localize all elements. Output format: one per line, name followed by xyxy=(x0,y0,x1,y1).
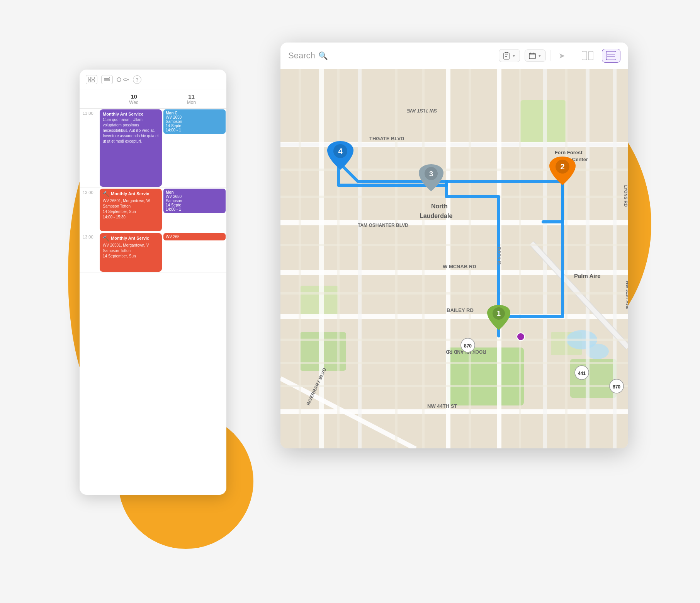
svg-text:870: 870 xyxy=(613,384,620,390)
event-small-detail-1: WV 2650Sampson14 Septe14:00 - 1 xyxy=(166,115,223,132)
svg-rect-2 xyxy=(92,77,94,79)
toolbar-separator xyxy=(550,50,551,61)
event-orange-small-3[interactable]: WV 265 xyxy=(163,233,226,240)
svg-rect-34 xyxy=(319,69,324,448)
svg-text:Lauderdale: Lauderdale xyxy=(420,213,452,219)
svg-text:870: 870 xyxy=(464,343,472,349)
svg-text:Palm Aire: Palm Aire xyxy=(574,273,601,279)
svg-text:W MCNAB RD: W MCNAB RD xyxy=(443,264,476,269)
svg-text:1: 1 xyxy=(497,310,501,317)
svg-rect-30 xyxy=(280,220,628,225)
svg-rect-25 xyxy=(570,359,617,398)
svg-text:SW 71ST AVE: SW 71ST AVE xyxy=(407,108,437,113)
svg-rect-7 xyxy=(504,53,509,59)
search-icon[interactable]: 🔍 xyxy=(318,51,328,60)
calendar-toolbar: ? xyxy=(80,70,226,90)
day-area-col2-3: WV 265 xyxy=(163,232,226,273)
event-detail-3: WV 26501, Morgantown, VSampson Totton14 … xyxy=(103,243,159,259)
calendar-body: 13:00 Monthly Ant Service Cum quo harum.… xyxy=(80,109,226,273)
event-row-2-header: 🔨 Monthly Ant Servic xyxy=(103,191,159,197)
map-content: THGATE BLVD SW 71ST AVE North Lauderdale… xyxy=(280,69,628,448)
map-panel: Search 🔍 ▼ ▼ xyxy=(280,43,628,448)
grid-view-button[interactable] xyxy=(86,75,97,84)
event-detail-2: WV 26501, Morgantown, WSampson Totton14 … xyxy=(103,198,159,220)
time-label-2: 13:00 xyxy=(80,188,99,232)
svg-text:NW 44TH ST: NW 44TH ST xyxy=(427,403,457,409)
day-col-10: 10 Wed xyxy=(105,93,163,105)
svg-point-80 xyxy=(517,333,525,341)
event-small-title-1: Mon C xyxy=(166,111,223,115)
svg-rect-0 xyxy=(88,77,91,79)
svg-text:ROCK IS: ROCK IS xyxy=(497,247,501,265)
event-small-title-3: WV 265 xyxy=(166,235,223,239)
svg-text:441: 441 xyxy=(578,371,586,376)
event-title-2: Monthly Ant Servic xyxy=(111,191,149,196)
clipboard-chevron: ▼ xyxy=(512,54,516,58)
day-number-11: 11 xyxy=(163,93,220,100)
event-mon-small-2[interactable]: Mon WV 2650Sampson14 Septe14:00 - 1 xyxy=(163,189,226,213)
svg-rect-1 xyxy=(88,80,91,82)
svg-text:4: 4 xyxy=(338,147,343,155)
calendar-row-1: 13:00 Monthly Ant Service Cum quo harum.… xyxy=(80,109,226,188)
svg-rect-23 xyxy=(447,347,524,405)
navigate-button[interactable]: ➤ xyxy=(556,49,568,62)
day-name-mon: Mon xyxy=(163,100,220,105)
day-area-col2-2: Mon WV 2650Sampson14 Septe14:00 - 1 xyxy=(163,188,226,232)
day-name-wed: Wed xyxy=(105,100,163,105)
calendar-row-2: 13:00 🔨 Monthly Ant Servic WV 26501, Mor… xyxy=(80,188,226,232)
svg-text:3: 3 xyxy=(429,170,433,178)
svg-text:LYONS RD: LYONS RD xyxy=(624,185,628,207)
map-toolbar: Search 🔍 ▼ ▼ xyxy=(280,43,628,69)
svg-rect-3 xyxy=(92,80,94,82)
map-svg: THGATE BLVD SW 71ST AVE North Lauderdale… xyxy=(280,69,628,448)
svg-rect-35 xyxy=(358,69,362,448)
sync-button[interactable] xyxy=(117,77,129,82)
svg-text:2: 2 xyxy=(560,162,564,171)
calendar-chevron: ▼ xyxy=(538,54,542,58)
svg-rect-36 xyxy=(446,69,450,448)
event-detail-1: Cum quo harum. Ullam voluptatem possimus… xyxy=(103,117,159,144)
map-background[interactable]: THGATE BLVD SW 71ST AVE North Lauderdale… xyxy=(280,69,628,448)
day-area-col1-1: Monthly Ant Service Cum quo harum. Ullam… xyxy=(99,109,163,187)
event-small-title-2: Mon xyxy=(166,190,223,194)
help-button[interactable]: ? xyxy=(133,75,141,84)
time-label-3: 13:00 xyxy=(80,232,99,273)
time-label-1: 13:00 xyxy=(80,109,99,187)
event-title-1: Monthly Ant Service xyxy=(103,112,159,116)
svg-rect-15 xyxy=(588,51,593,60)
calendar-row-3: 13:00 🔨 Monthly Ant Servic WV 26501, Mor… xyxy=(80,232,226,273)
scene: ? 10 Wed 11 Mon 13:00 Monthly Ant Servic… xyxy=(80,31,620,572)
svg-text:North: North xyxy=(431,203,448,210)
search-bar: Search 🔍 xyxy=(288,51,494,61)
day-area-col1-2: 🔨 Monthly Ant Servic WV 26501, Morgantow… xyxy=(99,188,163,232)
list-view-button[interactable] xyxy=(101,75,113,84)
hammer-icon: 🔨 xyxy=(103,191,109,197)
event-monthly-ant-service-1[interactable]: Monthly Ant Service Cum quo harum. Ullam… xyxy=(100,109,162,187)
hammer-icon-2: 🔨 xyxy=(103,235,109,242)
svg-rect-14 xyxy=(582,51,587,60)
event-small-detail-2: WV 2650Sampson14 Septe14:00 - 1 xyxy=(166,194,223,211)
svg-text:Fern Forest: Fern Forest xyxy=(555,150,583,155)
day-col-11: 11 Mon xyxy=(163,93,220,105)
event-title-3: Monthly Ant Servic xyxy=(111,236,149,240)
day-area-col2-1: Mon C WV 2650Sampson14 Septe14:00 - 1 xyxy=(163,109,226,187)
search-placeholder[interactable]: Search xyxy=(288,51,315,61)
event-monthly-ant-service-3[interactable]: 🔨 Monthly Ant Servic WV 26501, Morgantow… xyxy=(100,233,162,272)
svg-rect-39 xyxy=(586,69,590,448)
calendar-button[interactable]: ▼ xyxy=(525,49,546,62)
svg-rect-32 xyxy=(280,314,628,319)
split-view-button[interactable] xyxy=(578,49,597,62)
toolbar-separator-2 xyxy=(573,50,573,61)
svg-rect-33 xyxy=(280,409,628,414)
event-mon-c[interactable]: Mon C WV 2650Sampson14 Septe14:00 - 1 xyxy=(163,109,226,134)
day-number-10: 10 xyxy=(105,93,163,100)
rows-view-button[interactable] xyxy=(602,49,620,63)
calendar-panel: ? 10 Wed 11 Mon 13:00 Monthly Ant Servic… xyxy=(80,70,226,495)
svg-marker-6 xyxy=(128,78,129,81)
event-row-3-header: 🔨 Monthly Ant Servic xyxy=(103,235,159,242)
svg-rect-10 xyxy=(529,53,535,59)
day-area-col1-3: 🔨 Monthly Ant Servic WV 26501, Morgantow… xyxy=(99,232,163,273)
calendar-header: 10 Wed 11 Mon xyxy=(80,90,226,109)
event-monthly-ant-service-2[interactable]: 🔨 Monthly Ant Servic WV 26501, Morgantow… xyxy=(100,189,162,231)
clipboard-button[interactable]: ▼ xyxy=(499,49,520,62)
